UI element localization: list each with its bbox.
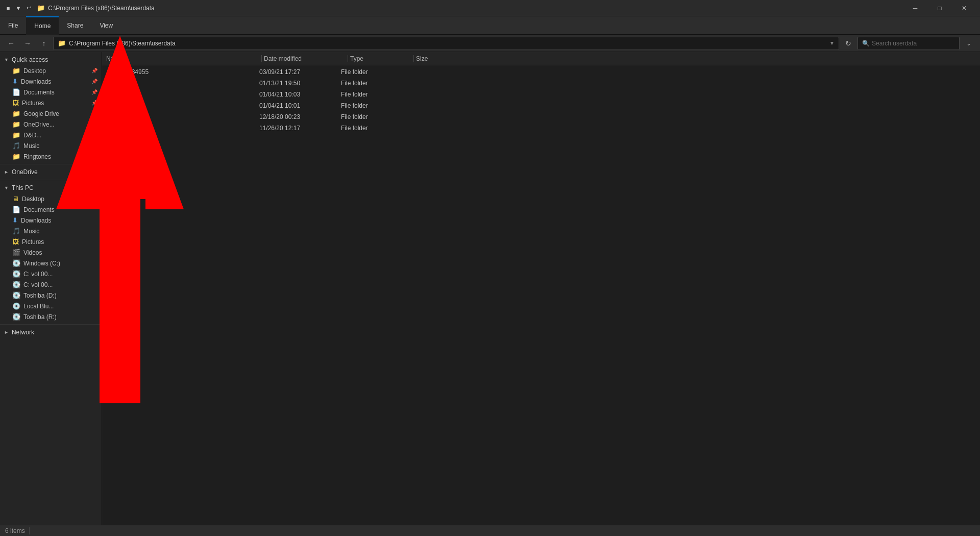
sidebar-label-vol2: C: vol 00... — [23, 281, 53, 288]
documents-folder-icon: 📄 — [12, 88, 20, 96]
file-name-text-4: ... — [118, 113, 123, 120]
dnd-folder-icon: 📁 — [12, 131, 20, 139]
app-icon: ■ — [4, 4, 12, 12]
back-button[interactable]: ← — [4, 36, 18, 51]
table-row[interactable]: 📁 3... 01/04/21 10:01 File folder — [102, 100, 980, 111]
forward-button[interactable]: → — [20, 36, 35, 51]
title-bar-icons: ■ ▼ ↩ — [4, 4, 33, 12]
sidebar-item-pictures-pc[interactable]: 🖼 Pictures — [0, 236, 102, 247]
sidebar-label-downloads-pc: Downloads — [21, 217, 51, 224]
quick-access-section[interactable]: ▼ Quick access — [0, 54, 102, 65]
sidebar-label-toshiba-r: Toshiba (R:) — [23, 313, 57, 321]
this-pc-label: This PC — [12, 184, 34, 191]
divider-2 — [0, 180, 102, 180]
sidebar-item-ringtones-quick[interactable]: 📁 Ringtones — [0, 151, 102, 162]
search-placeholder: Search userdata — [872, 40, 917, 47]
file-date-5: 11/26/20 12:17 — [259, 125, 341, 132]
network-section[interactable]: ► Network — [0, 327, 102, 338]
sidebar-label-pictures-pc: Pictures — [22, 238, 44, 246]
sidebar-item-dnd-quick[interactable]: 📁 D&D... — [0, 130, 102, 140]
sidebar-item-toshiba-r[interactable]: 💽 Toshiba (R:) — [0, 311, 102, 322]
file-date-3: 01/04/21 10:01 — [259, 102, 341, 109]
sidebar-item-pictures-quick[interactable]: 🖼 Pictures 📌 — [0, 98, 102, 108]
table-row[interactable]: 📁 ... 11/26/20 12:17 File folder — [102, 123, 980, 134]
sidebar-item-music-quick[interactable]: 🎵 Music — [0, 140, 102, 151]
network-chevron: ► — [4, 330, 9, 335]
localblu-icon: 💿 — [12, 302, 20, 310]
sidebar-label-localblu: Local Blu... — [23, 303, 54, 310]
folder-icon-5: 📁 — [106, 124, 115, 132]
file-name-1: 📁 0 — [106, 79, 259, 87]
file-list: 📁 162934955 03/09/21 17:27 File folder 📁… — [102, 65, 980, 525]
col-size-label: Size — [416, 55, 428, 62]
up-button[interactable]: ↑ — [37, 36, 51, 51]
sidebar-label-desktop-pc: Desktop — [22, 196, 44, 203]
sidebar-item-desktop-pc[interactable]: 🖥 Desktop — [0, 193, 102, 204]
refresh-button[interactable]: ↻ — [841, 36, 855, 51]
file-type-5: File folder — [341, 125, 402, 132]
address-dropdown-icon[interactable]: ▼ — [829, 40, 835, 46]
sidebar-item-vol2[interactable]: 💽 C: vol 00... — [0, 279, 102, 290]
sidebar-item-desktop-quick[interactable]: 📁 Desktop 📌 — [0, 65, 102, 76]
col-type-label: Type — [350, 55, 363, 62]
close-button[interactable]: ✕ — [952, 0, 976, 16]
sidebar-item-documents-quick[interactable]: 📄 Documents 📌 — [0, 87, 102, 98]
file-name-text-3: 3... — [118, 102, 127, 109]
address-bar[interactable]: 📁 C:\Program Files (x86)\Steam\userdata … — [53, 37, 839, 50]
sidebar-item-downloads-quick[interactable]: ⬇ Downloads 📌 — [0, 76, 102, 87]
content-area: Name ▲ Date modified Type Size 📁 1629349… — [102, 52, 980, 525]
table-row[interactable]: 📁 0 01/13/21 19:50 File folder — [102, 78, 980, 89]
file-name-text-0: 162934955 — [118, 68, 149, 76]
downloads-pc-icon: ⬇ — [12, 216, 18, 224]
sidebar-item-toshiba-d[interactable]: 💽 Toshiba (D:) — [0, 290, 102, 301]
folder-icon-0: 📁 — [106, 68, 115, 76]
title-path: 📁 C:\Program Files (x86)\Steam\userdata — [37, 4, 155, 12]
search-bar[interactable]: 🔍 Search userdata — [857, 37, 960, 50]
sidebar-item-localblu[interactable]: 💿 Local Blu... — [0, 301, 102, 311]
maximize-button[interactable]: □ — [928, 0, 951, 16]
sidebar-label-downloads-quick: Downloads — [21, 78, 51, 85]
sidebar-item-music-pc[interactable]: 🎵 Music — [0, 226, 102, 236]
col-header-size[interactable]: Size — [416, 55, 457, 62]
windows-c-icon: 💽 — [12, 259, 20, 267]
onedrive-section[interactable]: ► OneDrive — [0, 166, 102, 178]
sidebar-item-videos-pc[interactable]: 🎬 Videos — [0, 247, 102, 258]
file-name-3: 📁 3... — [106, 102, 259, 110]
downloads-folder-icon: ⬇ — [12, 78, 18, 85]
sidebar-item-vol1[interactable]: 💽 C: vol 00... — [0, 269, 102, 279]
sidebar-item-downloads-pc[interactable]: ⬇ Downloads — [0, 215, 102, 226]
tab-share[interactable]: Share — [59, 16, 91, 35]
onedrive-folder-icon2: 📁 — [12, 120, 20, 128]
file-date-0: 03/09/21 17:27 — [259, 68, 341, 76]
sidebar-item-onedrive-quick[interactable]: 📁 OneDrive... — [0, 119, 102, 130]
tab-home[interactable]: Home — [26, 16, 59, 35]
col-header-name[interactable]: Name ▲ — [106, 55, 259, 62]
expand-button[interactable]: ⌄ — [962, 36, 976, 51]
this-pc-section[interactable]: ▼ This PC — [0, 182, 102, 193]
sidebar-item-windows-c[interactable]: 💽 Windows (C:) — [0, 258, 102, 269]
sidebar-label-dnd-quick: D&D... — [23, 132, 41, 139]
address-folder-icon: 📁 — [58, 39, 66, 47]
col-header-date[interactable]: Date modified — [264, 55, 346, 62]
table-row[interactable]: 📁 136... 01/04/21 10:03 File folder — [102, 89, 980, 100]
file-name-text-5: ... — [118, 125, 123, 132]
sidebar-item-documents-pc[interactable]: 📄 Documents — [0, 204, 102, 215]
sidebar-label-ringtones-quick: Ringtones — [23, 153, 51, 160]
pictures-pin-icon: 📌 — [91, 100, 97, 106]
sidebar-label-toshiba-d: Toshiba (D:) — [23, 292, 57, 299]
divider-3 — [0, 324, 102, 325]
sidebar-label-windows-c: Windows (C:) — [23, 260, 60, 267]
file-type-1: File folder — [341, 80, 402, 87]
minimize-button[interactable]: ─ — [903, 0, 927, 16]
tab-file[interactable]: File — [0, 16, 26, 35]
col-header-type[interactable]: Type — [350, 55, 411, 62]
table-row[interactable]: 📁 ... 12/18/20 00:23 File folder — [102, 111, 980, 123]
network-label: Network — [12, 329, 34, 336]
sidebar-item-googledrive-quick[interactable]: 📁 Google Drive — [0, 108, 102, 119]
folder-icon-3: 📁 — [106, 102, 115, 110]
table-row[interactable]: 📁 162934955 03/09/21 17:27 File folder — [102, 66, 980, 78]
pictures-pc-icon: 🖼 — [12, 238, 19, 246]
tab-view[interactable]: View — [91, 16, 121, 35]
undo-icon[interactable]: ↩ — [24, 4, 33, 12]
onedrive-chevron: ► — [4, 169, 9, 175]
